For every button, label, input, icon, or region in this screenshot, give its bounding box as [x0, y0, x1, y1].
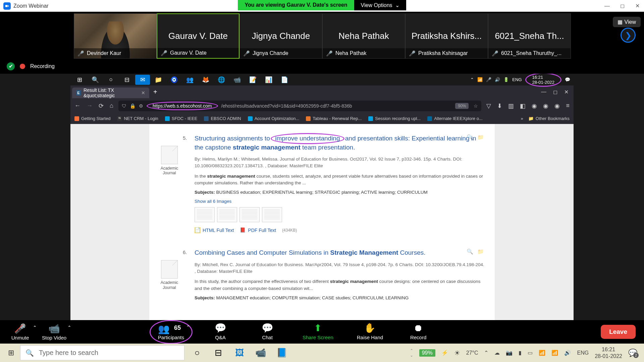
lang-indicator[interactable]: ENG	[512, 77, 522, 82]
view-options-dropdown[interactable]: View Options ⌄	[354, 0, 406, 10]
acrobat-icon[interactable]: 📄	[277, 75, 292, 85]
bluetooth-icon[interactable]: 📶	[539, 350, 545, 356]
bookmark-item[interactable]: Alternate IEEEXplore o...	[427, 116, 483, 121]
scroll-up-icon[interactable]: ⌃	[410, 348, 413, 353]
video-tile[interactable]: 🎤Devinder Kaur	[74, 13, 157, 59]
word-icon[interactable]: 📘	[272, 345, 291, 361]
zoom-icon[interactable]: 📹	[251, 345, 270, 361]
video-options-caret[interactable]: ⌃	[67, 325, 71, 330]
extension-icon[interactable]: ◉	[532, 102, 537, 110]
tab-close-icon[interactable]: ✕	[141, 90, 145, 96]
view-layout-button[interactable]: ▦ View	[613, 17, 641, 27]
meet-now-icon[interactable]: 📷	[506, 350, 513, 356]
photos-icon[interactable]: 🖼	[230, 345, 249, 361]
firefox-icon[interactable]: 🦊	[198, 75, 213, 85]
result-title-link[interactable]: Combining Cases and Computer Simulations…	[195, 248, 485, 257]
zoom-icon[interactable]: 📹	[230, 75, 245, 85]
scroll-down-icon[interactable]: ⌄	[410, 353, 413, 358]
library-icon[interactable]: ▥	[508, 102, 514, 110]
permissions-icon[interactable]: ⚙	[139, 103, 143, 109]
sidebar-icon[interactable]: ◧	[520, 102, 526, 110]
video-tile-active[interactable]: Gaurav V. Date 🎤Gaurav V. Date	[157, 13, 239, 59]
browser-close-icon[interactable]: ✕	[564, 89, 569, 95]
reload-button[interactable]: ⟳	[99, 102, 104, 110]
folder-add-icon[interactable]: 📁	[477, 248, 485, 256]
home-button[interactable]: ⌂	[110, 102, 113, 110]
video-tile[interactable]: Neha Pathak 🎤Neha Pathak	[322, 13, 405, 59]
bookmark-item[interactable]: NNET CRM - Login	[117, 116, 158, 121]
raise-hand-button[interactable]: ✋Raise Hand	[357, 323, 383, 341]
action-center-icon[interactable]: 💬2	[628, 349, 637, 357]
zoom-level[interactable]: 90%	[455, 103, 469, 109]
weather-temp[interactable]: 27°C	[466, 350, 478, 356]
menu-button[interactable]: ≡	[566, 102, 570, 110]
taskview-icon[interactable]: ⊟	[209, 345, 227, 361]
preview-icon[interactable]: 🔍	[467, 248, 474, 256]
chat-button[interactable]: 💬Chat	[256, 323, 279, 341]
tray-chevron-icon[interactable]: ⌃	[484, 350, 488, 356]
lang-indicator[interactable]: ENG	[577, 350, 589, 356]
address-bar[interactable]: 🛡 🔒 ⚙ https://web.s.ebscohost.com/ehost/…	[118, 101, 482, 111]
mic-tray-icon[interactable]: 🎤	[486, 77, 491, 82]
back-button[interactable]: ←	[74, 102, 80, 110]
bookmark-item[interactable]: Account Optimization...	[248, 116, 300, 121]
pdf-fulltext-link[interactable]: 📕PDF Full Text	[240, 227, 276, 233]
image-thumbnail[interactable]	[217, 207, 237, 222]
show-images-link[interactable]: Show all 6 Images	[195, 199, 485, 204]
image-thumbnail[interactable]	[239, 207, 260, 222]
browser-minimize-icon[interactable]: —	[541, 89, 546, 95]
touchpad-icon[interactable]: ▭	[528, 350, 533, 356]
bookmark-item[interactable]: Tableau - Renewal Rep...	[306, 116, 362, 121]
bookmark-star-icon[interactable]: ☆	[474, 103, 478, 109]
extension-icon[interactable]: ◉	[543, 102, 548, 110]
share-screen-button[interactable]: ⬆Share Screen	[303, 323, 333, 341]
bookmark-item[interactable]: SFDC - IEEE	[165, 116, 198, 121]
encryption-shield-icon[interactable]: ✔	[7, 62, 15, 70]
search-icon[interactable]: 🔍	[88, 75, 103, 85]
bookmark-item[interactable]: Getting Started	[74, 116, 110, 121]
wifi-icon[interactable]: 📶	[551, 350, 558, 356]
cortana-icon[interactable]: ○	[104, 75, 118, 85]
shield-icon[interactable]: 🛡	[122, 103, 126, 109]
pocket-icon[interactable]: ▽	[486, 102, 491, 110]
video-tile[interactable]: Jignya Chande 🎤Jignya Chande	[239, 13, 322, 59]
forward-button[interactable]: →	[87, 102, 93, 110]
preview-icon[interactable]: 🔍	[467, 134, 474, 141]
cortana-icon[interactable]: ○	[188, 345, 206, 361]
audio-options-caret[interactable]: ⌃	[33, 325, 37, 330]
leave-button[interactable]: Leave	[601, 325, 636, 339]
bookmark-item[interactable]: Session recording upl...	[368, 116, 421, 121]
participants-button[interactable]: 👥65 Participants ⌃	[157, 323, 185, 341]
downloads-icon[interactable]: ⬇	[497, 102, 502, 110]
chevron-up-icon[interactable]: ⌃	[470, 77, 474, 82]
chrome-icon[interactable]: 🌐	[214, 75, 229, 85]
other-bookmarks-folder[interactable]: 📁 Other Bookmarks	[528, 116, 570, 121]
battery-tray-icon[interactable]: ▮	[519, 350, 522, 356]
bookmark-item[interactable]: EBSCO ADMIN	[204, 116, 241, 121]
volume-icon[interactable]: 🔊	[495, 77, 500, 82]
video-tile[interactable]: Pratiksha Kshirs... 🎤Pratiksha Kshirsaga…	[405, 13, 488, 59]
image-thumbnail[interactable]	[195, 207, 215, 222]
battery-indicator[interactable]: 99%	[419, 349, 435, 357]
start-icon[interactable]: ⊞	[72, 75, 87, 85]
participants-options-caret[interactable]: ⌃	[186, 324, 190, 330]
result-title-link[interactable]: Structuring assignments to improve under…	[195, 134, 485, 152]
stop-video-button[interactable]: 📹Stop Video⌃	[42, 323, 66, 341]
image-thumbnail[interactable]	[262, 207, 282, 222]
extension-icon[interactable]: ◉	[554, 102, 560, 110]
teams-icon[interactable]: 👥	[182, 75, 197, 85]
wifi-icon[interactable]: 📶	[477, 77, 483, 82]
system-clock[interactable]: 16:2128-01-2022	[595, 346, 622, 359]
bookmarks-overflow-icon[interactable]: »	[521, 116, 523, 121]
gallery-next-button[interactable]: ❯	[621, 28, 636, 43]
unmute-button[interactable]: 🎤 Unmute⌃	[8, 323, 32, 341]
new-tab-button[interactable]: +	[149, 88, 161, 96]
html-fulltext-link[interactable]: 📄HTML Full Text	[195, 227, 234, 233]
browser-tab[interactable]: E Result List: TX &quot;strategic ✕	[72, 87, 149, 98]
browser-maximize-icon[interactable]: ◻	[553, 89, 557, 95]
qa-button[interactable]: 💬Q&A	[209, 323, 232, 341]
windows-search-box[interactable]: 🔍 Type here to search	[20, 345, 184, 360]
folder-add-icon[interactable]: 📁	[477, 134, 485, 141]
video-tile[interactable]: 6021_Sneha Th... 🎤6021_Sneha Thuruthy_..…	[488, 13, 571, 59]
record-button[interactable]: ⏺Record	[407, 323, 430, 341]
